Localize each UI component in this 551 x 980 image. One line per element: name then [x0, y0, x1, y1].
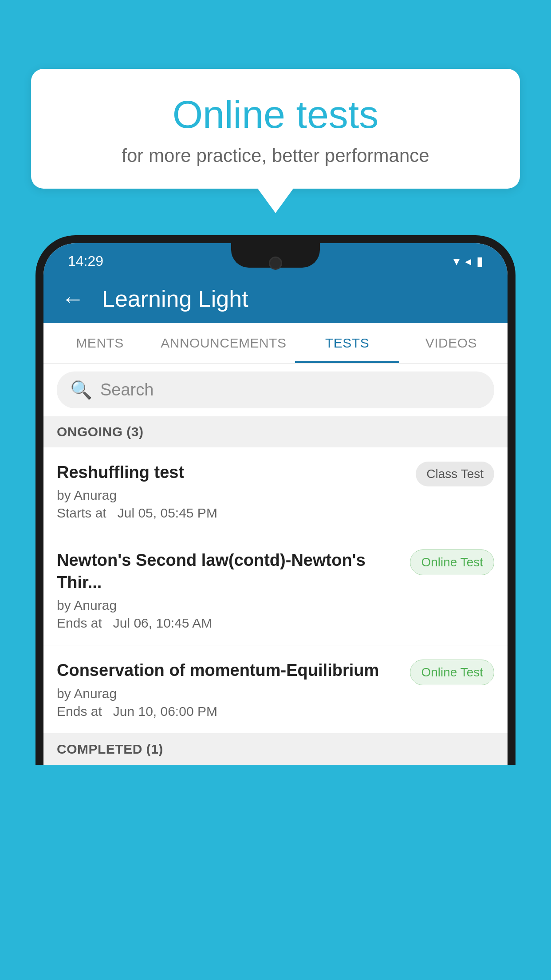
- bubble-subtitle: for more practice, better performance: [58, 145, 493, 166]
- tab-tests[interactable]: TESTS: [295, 323, 399, 363]
- phone-container: 14:29 ▾ ◂ ▮ ← Learning Light MENTS ANNOU…: [35, 235, 516, 980]
- app-bar: ← Learning Light: [43, 274, 508, 323]
- signal-icon: ◂: [465, 254, 471, 269]
- search-placeholder: Search: [100, 380, 153, 399]
- test-name-1: Reshuffling test: [57, 462, 407, 483]
- back-button[interactable]: ←: [61, 285, 84, 312]
- test-badge-2: Online Test: [410, 549, 494, 575]
- test-time-label-2: Ends at: [57, 616, 102, 630]
- test-item-2[interactable]: Newton's Second law(contd)-Newton's Thir…: [43, 535, 508, 645]
- tab-videos[interactable]: VIDEOS: [399, 323, 503, 363]
- test-list: Reshuffling test by Anurag Starts at Jul…: [43, 447, 508, 734]
- search-icon: 🔍: [70, 379, 92, 400]
- app-title: Learning Light: [102, 285, 248, 312]
- test-time-label-1: Starts at: [57, 506, 106, 520]
- test-badge-3: Online Test: [410, 660, 494, 685]
- test-author-2: by Anurag: [57, 598, 401, 613]
- phone-camera: [269, 257, 282, 270]
- wifi-icon: ▾: [453, 254, 460, 269]
- ongoing-section-header: ONGOING (3): [43, 416, 508, 447]
- search-container: 🔍 Search: [43, 364, 508, 416]
- tab-bar: MENTS ANNOUNCEMENTS TESTS VIDEOS: [43, 323, 508, 364]
- completed-section-header: COMPLETED (1): [43, 734, 508, 765]
- test-time-value-1: Jul 05, 05:45 PM: [118, 506, 217, 520]
- test-badge-1: Class Test: [416, 462, 494, 486]
- speech-bubble: Online tests for more practice, better p…: [31, 69, 520, 189]
- speech-bubble-section: Online tests for more practice, better p…: [31, 69, 520, 213]
- test-name-2: Newton's Second law(contd)-Newton's Thir…: [57, 549, 401, 593]
- test-time-label-3: Ends at: [57, 704, 102, 719]
- test-time-3: Ends at Jun 10, 06:00 PM: [57, 704, 401, 719]
- test-time-1: Starts at Jul 05, 05:45 PM: [57, 506, 407, 521]
- bubble-title: Online tests: [58, 93, 493, 136]
- tab-ments[interactable]: MENTS: [48, 323, 152, 363]
- phone-notch: [231, 243, 320, 268]
- test-time-2: Ends at Jul 06, 10:45 AM: [57, 616, 401, 631]
- test-time-value-3: Jun 10, 06:00 PM: [113, 704, 217, 719]
- test-info-3: Conservation of momentum-Equilibrium by …: [57, 660, 401, 719]
- test-info-2: Newton's Second law(contd)-Newton's Thir…: [57, 549, 401, 631]
- status-icons: ▾ ◂ ▮: [453, 254, 483, 269]
- bubble-arrow: [258, 189, 293, 213]
- test-item-3[interactable]: Conservation of momentum-Equilibrium by …: [43, 645, 508, 733]
- search-input-wrap[interactable]: 🔍 Search: [57, 371, 494, 408]
- status-time: 14:29: [68, 253, 103, 269]
- test-item-1[interactable]: Reshuffling test by Anurag Starts at Jul…: [43, 447, 508, 535]
- phone-frame: 14:29 ▾ ◂ ▮ ← Learning Light MENTS ANNOU…: [35, 235, 516, 765]
- battery-icon: ▮: [476, 254, 483, 269]
- test-name-3: Conservation of momentum-Equilibrium: [57, 660, 401, 681]
- test-author-3: by Anurag: [57, 686, 401, 701]
- test-author-1: by Anurag: [57, 488, 407, 503]
- test-time-value-2: Jul 06, 10:45 AM: [113, 616, 212, 630]
- tab-announcements[interactable]: ANNOUNCEMENTS: [152, 323, 295, 363]
- test-info-1: Reshuffling test by Anurag Starts at Jul…: [57, 462, 407, 521]
- phone-screen: 14:29 ▾ ◂ ▮ ← Learning Light MENTS ANNOU…: [43, 243, 508, 765]
